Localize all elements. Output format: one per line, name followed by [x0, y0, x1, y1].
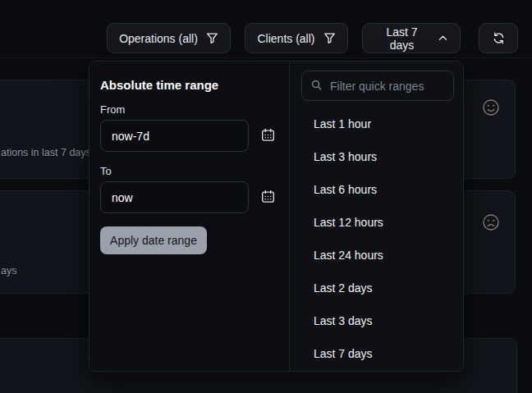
quick-range-option-last-6-hours[interactable]: Last 6 hours	[290, 173, 463, 206]
header-divider	[0, 57, 532, 58]
quick-range-option-last-3-hours[interactable]: Last 3 hours	[290, 140, 463, 173]
apply-date-range-button[interactable]: Apply date range	[100, 226, 207, 254]
to-label: To	[100, 165, 112, 177]
from-input[interactable]	[101, 130, 248, 143]
operations-filter-button[interactable]: Operations (all)	[107, 23, 231, 53]
stat-card-label: ations in last 7 days	[1, 147, 91, 158]
quick-ranges-search	[301, 71, 454, 101]
calendar-icon	[261, 190, 275, 206]
quick-ranges-list: Last 1 hour Last 3 hours Last 6 hours La…	[290, 107, 463, 370]
time-range-picker-panel: Absolute time range From	[89, 61, 464, 372]
time-range-label: Last 7 days	[374, 25, 429, 52]
search-icon	[311, 79, 322, 94]
from-label: From	[100, 103, 125, 116]
frowny-face-icon	[482, 213, 500, 231]
quick-range-option-last-1-hour[interactable]: Last 1 hour	[290, 107, 463, 140]
to-field	[100, 181, 249, 213]
quick-range-option-last-7-days[interactable]: Last 7 days	[290, 337, 463, 370]
app-window: Operations (all) Clients (all) Last 7 da…	[0, 0, 532, 393]
calendar-icon	[261, 128, 275, 144]
clients-filter-label: Clients (all)	[257, 32, 314, 45]
time-range-button[interactable]: Last 7 days	[362, 23, 461, 53]
refresh-icon	[492, 31, 506, 45]
from-field	[100, 120, 249, 152]
from-calendar-button[interactable]	[257, 126, 278, 147]
smiley-face-icon	[482, 98, 500, 117]
quick-range-option-last-24-hours[interactable]: Last 24 hours	[290, 239, 463, 272]
operations-filter-label: Operations (all)	[119, 32, 198, 45]
funnel-icon	[323, 32, 336, 44]
quick-ranges-filter-input[interactable]	[328, 79, 444, 94]
to-input[interactable]	[101, 191, 248, 204]
panel-title: Absolute time range	[100, 78, 218, 92]
clients-filter-button[interactable]: Clients (all)	[245, 23, 348, 53]
quick-range-option-last-12-hours[interactable]: Last 12 hours	[290, 206, 463, 239]
quick-range-option-last-2-days[interactable]: Last 2 days	[290, 272, 463, 304]
quick-ranges-section: Last 1 hour Last 3 hours Last 6 hours La…	[289, 62, 463, 371]
absolute-time-range-section: Absolute time range From	[89, 62, 289, 371]
quick-range-option-last-3-days[interactable]: Last 3 days	[290, 304, 463, 337]
refresh-button[interactable]	[479, 23, 518, 53]
stat-card-label: ays	[1, 265, 16, 276]
to-calendar-button[interactable]	[257, 187, 278, 208]
chevron-up-icon	[438, 33, 448, 43]
funnel-icon	[206, 32, 218, 44]
